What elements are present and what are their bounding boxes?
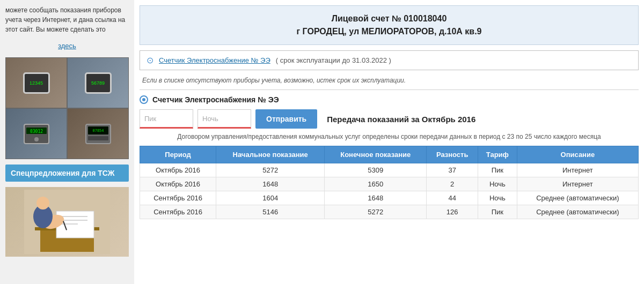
meter-image-4: 07854 <box>67 108 129 159</box>
table-cell: Интернет <box>517 177 638 191</box>
svg-point-18 <box>36 197 49 210</box>
promo-title: Спецпредложения для ТСЖ <box>11 169 115 177</box>
table-header-row: ПериодНачальное показаниеКонечное показа… <box>140 146 639 163</box>
meter-selector-icon: ⊙ <box>147 55 153 65</box>
account-title-line1: Лицевой счет № 010018040 <box>332 14 447 23</box>
promo-banner: Спецпредложения для ТСЖ <box>5 165 129 182</box>
table-row: Сентябрь 201651465272126ПикСреднее (авто… <box>140 205 639 219</box>
pik-input[interactable] <box>140 109 193 129</box>
table-cell: 44 <box>427 191 478 205</box>
table-cell: Пик <box>478 163 517 177</box>
account-title-line2: г ГОРОДЕЦ, ул МЕЛИОРАТОРОВ, д.10А кв.9 <box>296 27 481 36</box>
table-col-header: Описание <box>517 146 638 163</box>
section-divider <box>140 89 639 90</box>
table-col-header: Начальное показание <box>216 146 325 163</box>
submit-button[interactable]: Отправить <box>255 109 317 129</box>
absence-note: Если в списке отсутствуют приборы учета,… <box>140 77 639 84</box>
table-body: Октябрь 20165272530937ПикИнтернетОктябрь… <box>140 163 639 219</box>
meter-selector-row: ⊙ Счетчик Электроснабжение № ЭЭ ( срок э… <box>140 50 639 70</box>
meter-image-3: 03012 <box>5 108 67 159</box>
table-row: Октябрь 20165272530937ПикИнтернет <box>140 163 639 177</box>
table-cell: 1650 <box>325 177 427 191</box>
meter-section-title-text: Счетчик Электроснабжения № ЭЭ <box>152 95 279 104</box>
account-header: Лицевой счет № 010018040 г ГОРОДЕЦ, ул М… <box>140 5 639 45</box>
meter-svg-4: 07854 <box>85 123 112 145</box>
table-cell: 5146 <box>216 205 325 219</box>
contract-note: Договором управления/предоставления комм… <box>140 133 639 140</box>
table-col-header: Тариф <box>478 146 517 163</box>
table-col-header: Период <box>140 146 216 163</box>
table-cell: Сентябрь 2016 <box>140 191 216 205</box>
readings-table: ПериодНачальное показаниеКонечное показа… <box>140 146 639 219</box>
circle-icon <box>140 95 148 104</box>
input-row: Отправить Передача показаний за Октябрь … <box>140 109 639 129</box>
table-cell: 5272 <box>325 205 427 219</box>
account-title: Лицевой счет № 010018040 г ГОРОДЕЦ, ул М… <box>151 12 627 38</box>
table-cell: 5309 <box>325 163 427 177</box>
table-cell: 1604 <box>216 191 325 205</box>
table-cell: Октябрь 2016 <box>140 177 216 191</box>
meter-section-title: Счетчик Электроснабжения № ЭЭ <box>140 95 639 104</box>
meter-display-1: 12345 <box>23 72 50 94</box>
sidebar-promo-image <box>5 187 129 257</box>
meter-svg-3: 03012 <box>23 123 50 145</box>
table-row: Октябрь 2016164816502НочьИнтернет <box>140 177 639 191</box>
table-cell: Среднее (автоматически) <box>517 191 638 205</box>
table-col-header: Разность <box>427 146 478 163</box>
svg-text:07854: 07854 <box>92 129 104 133</box>
table-cell: Октябрь 2016 <box>140 163 216 177</box>
meter-selector-link[interactable]: Счетчик Электроснабжение № ЭЭ <box>159 56 270 64</box>
table-cell: 5272 <box>216 163 325 177</box>
writing-person-svg <box>24 190 110 254</box>
sidebar-meters-image: 12345 56789 03012 07854 <box>5 57 129 159</box>
table-header: ПериодНачальное показаниеКонечное показа… <box>140 146 639 163</box>
svg-rect-7 <box>88 136 108 140</box>
noch-input[interactable] <box>197 109 251 129</box>
table-cell: 37 <box>427 163 478 177</box>
sidebar: можете сообщать показания приборов учета… <box>0 0 134 284</box>
table-cell: Пик <box>478 205 517 219</box>
table-cell: Ночь <box>478 177 517 191</box>
table-cell: 2 <box>427 177 478 191</box>
meter-image-1: 12345 <box>5 57 67 108</box>
table-cell: 1648 <box>325 191 427 205</box>
table-cell: Среднее (автоматически) <box>517 205 638 219</box>
table-cell: Ночь <box>478 191 517 205</box>
sidebar-link[interactable]: здесь <box>5 42 129 50</box>
table-cell: Сентябрь 2016 <box>140 205 216 219</box>
svg-rect-11 <box>56 211 94 238</box>
meter-image-2: 56789 <box>67 57 129 108</box>
table-cell: Интернет <box>517 163 638 177</box>
circle-dot <box>142 98 145 101</box>
svg-text:03012: 03012 <box>30 129 42 134</box>
svg-point-3 <box>34 137 39 141</box>
main-content: Лицевой счет № 010018040 г ГОРОДЕЦ, ул М… <box>134 0 644 284</box>
table-cell: 126 <box>427 205 478 219</box>
table-cell: 1648 <box>216 177 325 191</box>
meter-display-2: 56789 <box>85 72 112 94</box>
transmission-label: Передача показаний за Октябрь 2016 <box>327 115 475 124</box>
meter-expiry-text: ( срок эксплуатации до 31.03.2022 ) <box>276 56 391 64</box>
meter-section: Счетчик Электроснабжения № ЭЭ Отправить … <box>140 95 639 219</box>
sidebar-intro-text: можете сообщать показания приборов учета… <box>5 5 129 34</box>
table-row: Сентябрь 20161604164844НочьСреднее (авто… <box>140 191 639 205</box>
table-col-header: Конечное показание <box>325 146 427 163</box>
